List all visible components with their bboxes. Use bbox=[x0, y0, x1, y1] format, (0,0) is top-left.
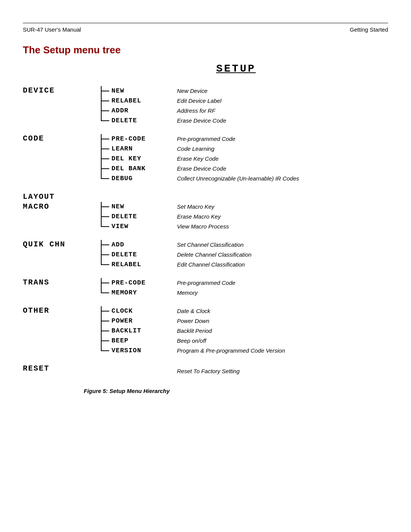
desc-item: Memory bbox=[177, 288, 388, 298]
sub-item: NEW bbox=[101, 202, 177, 212]
descriptions-device: New Device Edit Device Label Address for… bbox=[177, 86, 388, 126]
page: SUR-47 User's Manual Getting Started The… bbox=[0, 23, 411, 532]
subtree-device: NEW RELABEL ADDR DELETE bbox=[93, 86, 177, 126]
sub-item: DELETE bbox=[101, 212, 177, 222]
sub-item: NEW bbox=[101, 86, 177, 96]
subtree-other: CLOCK POWER BACKLIT BEEP VERSION bbox=[93, 306, 177, 356]
desc-item: New Device bbox=[177, 86, 388, 96]
sub-item: DEL BANK bbox=[101, 164, 177, 174]
subtree-macro: NEW DELETE VIEW bbox=[93, 192, 177, 232]
category-other: OTHER bbox=[23, 306, 93, 315]
tree-row-quik-chn: QUIK CHN ADD DELETE RELABEL Set Channel … bbox=[23, 240, 388, 270]
sub-item: PRE-CODE bbox=[101, 278, 177, 288]
desc-item: Edit Device Label bbox=[177, 96, 388, 106]
category-macro: LAYOUT MACRO bbox=[23, 192, 93, 212]
subtree-trans: PRE-CODE MEMORY bbox=[93, 278, 177, 298]
descriptions-code: Pre-programmed Code Code Learning Erase … bbox=[177, 134, 388, 184]
page-title: The Setup menu tree bbox=[23, 44, 388, 56]
desc-item: Address for RF bbox=[177, 106, 388, 116]
tree-row-trans: TRANS PRE-CODE MEMORY Pre-programmed Cod… bbox=[23, 278, 388, 298]
desc-item: Set Macro Key bbox=[177, 202, 388, 212]
sub-item: CLOCK bbox=[101, 306, 177, 316]
desc-item: Erase Macro Key bbox=[177, 212, 388, 222]
sub-item: PRE-CODE bbox=[101, 134, 177, 144]
descriptions-quik-chn: Set Channel Classification Delete Channe… bbox=[177, 240, 388, 270]
setup-heading: SETUP bbox=[84, 63, 388, 75]
header-left: SUR-47 User's Manual bbox=[23, 26, 81, 33]
sub-item: VERSION bbox=[101, 346, 177, 356]
desc-item: Pre-programmed Code bbox=[177, 134, 388, 144]
sub-item: ADDR bbox=[101, 106, 177, 116]
header: SUR-47 User's Manual Getting Started bbox=[0, 23, 411, 33]
desc-item: Delete Channel Classification bbox=[177, 250, 388, 260]
subtree-quik-chn: ADD DELETE RELABEL bbox=[93, 240, 177, 270]
desc-item: Erase Device Code bbox=[177, 116, 388, 126]
category-trans: TRANS bbox=[23, 278, 93, 287]
desc-item: Backlit Period bbox=[177, 326, 388, 336]
sub-item: LEARN bbox=[101, 144, 177, 154]
sub-item: ADD bbox=[101, 240, 177, 250]
sub-item: DEBUG bbox=[101, 174, 177, 184]
desc-item: Erase Device Code bbox=[177, 164, 388, 174]
content: The Setup menu tree SETUP DEVICE NEW REL… bbox=[0, 33, 411, 417]
descriptions-other: Date & Clock Power Down Backlit Period B… bbox=[177, 306, 388, 356]
desc-item: Code Learning bbox=[177, 144, 388, 154]
descriptions-trans: Pre-programmed Code Memory bbox=[177, 278, 388, 298]
sub-item: RELABEL bbox=[101, 260, 177, 270]
sub-item: DEL KEY bbox=[101, 154, 177, 164]
desc-item: Reset To Factory Setting bbox=[177, 364, 388, 376]
tree-row-other: OTHER CLOCK POWER BACKLIT BEEP VERSION D… bbox=[23, 306, 388, 356]
desc-item: Edit Channel Classification bbox=[177, 260, 388, 270]
tree-row-device: DEVICE NEW RELABEL ADDR DELETE New Devic… bbox=[23, 86, 388, 126]
sub-item: BEEP bbox=[101, 336, 177, 346]
subtree-code: PRE-CODE LEARN DEL KEY DEL BANK DEBUG bbox=[93, 134, 177, 184]
figure-caption: Figure 5: Setup Menu Hierarchy bbox=[84, 388, 388, 394]
sub-item: POWER bbox=[101, 316, 177, 326]
tree-row-reset: RESET Reset To Factory Setting bbox=[23, 364, 388, 376]
desc-item: Beep on/off bbox=[177, 336, 388, 346]
category-device: DEVICE bbox=[23, 86, 93, 95]
tree-row-macro: LAYOUT MACRO NEW DELETE VIEW Set Macro K… bbox=[23, 192, 388, 232]
desc-item: Date & Clock bbox=[177, 306, 388, 316]
descriptions-macro: Set Macro Key Erase Macro Key View Macro… bbox=[177, 192, 388, 232]
sub-item: DELETE bbox=[101, 250, 177, 260]
tree-row-code: CODE PRE-CODE LEARN DEL KEY DEL BANK DEB… bbox=[23, 134, 388, 184]
desc-item: Program & Pre-programmed Code Version bbox=[177, 346, 388, 356]
category-quik-chn: QUIK CHN bbox=[23, 240, 93, 249]
header-right: Getting Started bbox=[350, 26, 388, 33]
desc-item: Pre-programmed Code bbox=[177, 278, 388, 288]
desc-item: Erase Key Code bbox=[177, 154, 388, 164]
desc-item: Power Down bbox=[177, 316, 388, 326]
desc-item: Collect Unrecognizable (Un-learnable) IR… bbox=[177, 174, 388, 184]
sub-item: MEMORY bbox=[101, 288, 177, 298]
sub-item: RELABEL bbox=[101, 96, 177, 106]
category-code: CODE bbox=[23, 134, 93, 143]
sub-item: DELETE bbox=[101, 116, 177, 126]
desc-item: View Macro Process bbox=[177, 222, 388, 232]
sub-item: VIEW bbox=[101, 222, 177, 232]
desc-item: Set Channel Classification bbox=[177, 240, 388, 250]
category-reset: RESET bbox=[23, 364, 93, 373]
sub-item: BACKLIT bbox=[101, 326, 177, 336]
descriptions-reset: Reset To Factory Setting bbox=[177, 364, 388, 376]
